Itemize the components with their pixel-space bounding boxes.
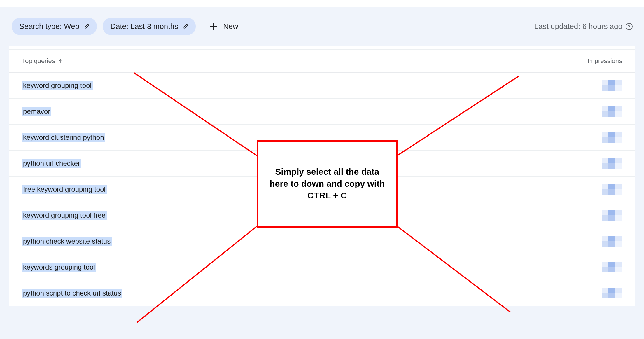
pencil-icon [83, 23, 90, 30]
table-row: pemavor [9, 99, 635, 125]
impression-value-redacted [602, 262, 622, 272]
table-row: python script to check url status [9, 280, 635, 306]
query-link[interactable]: keyword clustering python [22, 133, 105, 142]
column-header-impressions[interactable]: Impressions [587, 57, 622, 65]
top-border-band [0, 0, 644, 7]
query-link[interactable]: python check website status [22, 237, 112, 246]
filter-bar: Search type: Web Date: Last 3 months New… [0, 7, 644, 46]
column-header-queries[interactable]: Top queries [22, 57, 63, 65]
query-link[interactable]: keywords grouping tool [22, 263, 96, 272]
query-link[interactable]: keyword grouping tool [22, 81, 93, 90]
add-filter-label: New [223, 22, 238, 31]
column-header-impressions-label: Impressions [587, 57, 622, 64]
filter-chip-date-label: Date: Last 3 months [110, 22, 178, 31]
table-row: python url checker [9, 151, 635, 177]
table-row: keyword clustering python [9, 125, 635, 151]
query-link[interactable]: free keyword grouping tool [22, 185, 107, 194]
table-row: keyword grouping tool free [9, 202, 635, 228]
impression-value-redacted [602, 210, 622, 221]
sort-arrow-up-icon [58, 58, 63, 64]
filter-chip-search-type[interactable]: Search type: Web [12, 18, 97, 35]
svg-point-3 [629, 28, 629, 28]
impression-value-redacted [602, 236, 622, 247]
table-row: keyword grouping tool [9, 73, 635, 99]
impression-value-redacted [602, 158, 622, 169]
table-row: python check website status [9, 228, 635, 254]
table-row: free keyword grouping tool [9, 177, 635, 202]
column-header-queries-label: Top queries [22, 57, 55, 65]
queries-card: Top queries Impressions keyword grouping… [9, 46, 635, 306]
card-top-strip [9, 46, 635, 50]
table-header: Top queries Impressions [9, 50, 635, 73]
impression-value-redacted [602, 288, 622, 298]
query-link[interactable]: keyword grouping tool free [22, 211, 107, 220]
table-row: keywords grouping tool [9, 254, 635, 280]
query-link[interactable]: python script to check url status [22, 289, 122, 298]
table-body: keyword grouping toolpemavorkeyword clus… [9, 73, 635, 306]
plus-icon [209, 22, 218, 31]
impression-value-redacted [602, 80, 622, 91]
last-updated: Last updated: 6 hours ago [534, 22, 633, 31]
impression-value-redacted [602, 132, 622, 143]
impression-value-redacted [602, 106, 622, 117]
add-filter-button[interactable]: New [202, 22, 238, 31]
help-icon[interactable] [625, 23, 633, 30]
impression-value-redacted [602, 184, 622, 195]
filter-chip-search-type-label: Search type: Web [19, 22, 79, 31]
last-updated-text: Last updated: 6 hours ago [534, 22, 622, 31]
query-link[interactable]: python url checker [22, 159, 81, 168]
query-link[interactable]: pemavor [22, 107, 51, 116]
filter-chip-date[interactable]: Date: Last 3 months [103, 18, 196, 35]
pencil-icon [182, 23, 189, 30]
